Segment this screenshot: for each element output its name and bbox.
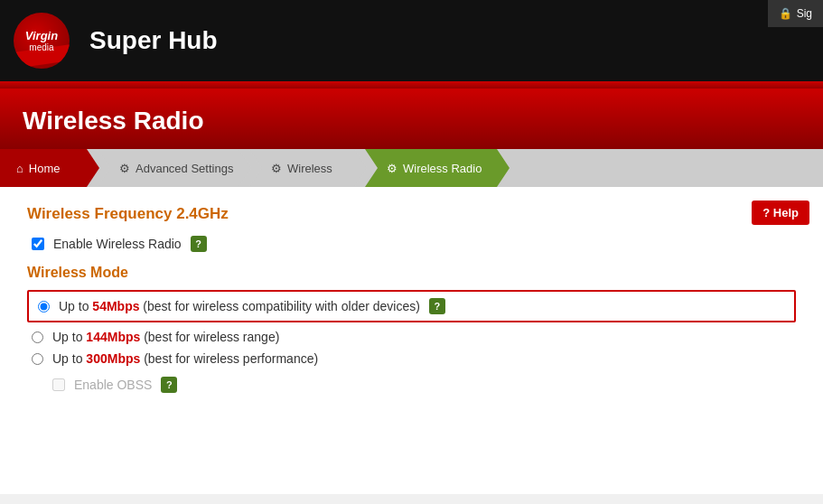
radio-54mbps[interactable] <box>38 301 50 313</box>
enable-wireless-checkbox[interactable] <box>32 238 44 250</box>
radio-option-300mbps: Up to 300Mbps (best for wireless perform… <box>27 351 796 366</box>
wireless-mode-title: Wireless Mode <box>27 265 796 281</box>
help-button[interactable]: ? Help <box>752 201 809 225</box>
frequency-title: Wireless Frequency 2.4GHz <box>27 205 796 223</box>
enable-wireless-help-icon[interactable]: ? <box>191 236 207 252</box>
page-title: Wireless Radio <box>23 107 800 135</box>
breadcrumb-advanced-settings[interactable]: ⚙ Advanced Settings <box>98 149 251 187</box>
breadcrumb-wireless[interactable]: ⚙ Wireless <box>249 149 367 187</box>
header-title: Super Hub <box>89 26 218 55</box>
radio-54mbps-label: Up to 54Mbps (best for wireless compatib… <box>59 299 420 313</box>
sign-button[interactable]: 🔒 Sig <box>768 0 823 27</box>
red-bar <box>0 81 823 89</box>
gear-icon-2: ⚙ <box>271 162 282 175</box>
page-title-area: Wireless Radio <box>0 89 823 149</box>
gear-icon-3: ⚙ <box>387 162 397 175</box>
radio-option-54mbps: Up to 54Mbps (best for wireless compatib… <box>27 290 796 322</box>
radio-144mbps-label: Up to 144Mbps (best for wireless range) <box>52 330 279 344</box>
enable-wireless-label: Enable Wireless Radio <box>53 237 182 251</box>
breadcrumb-nav: ⌂ Home ⚙ Advanced Settings ⚙ Wireless ⚙ … <box>0 149 823 187</box>
enable-obss-checkbox[interactable] <box>52 378 65 391</box>
obss-help-icon[interactable]: ? <box>161 377 177 393</box>
radio-54mbps-help-icon[interactable]: ? <box>429 298 445 314</box>
radio-300mbps[interactable] <box>32 353 43 365</box>
header: Virgin media Super Hub 🔒 Sig <box>0 0 823 81</box>
lock-icon: 🔒 <box>779 7 792 20</box>
enable-wireless-row: Enable Wireless Radio ? <box>27 236 796 252</box>
main-content: ? Help Wireless Frequency 2.4GHz Enable … <box>0 187 823 494</box>
gear-icon-1: ⚙ <box>119 162 130 175</box>
breadcrumb-home[interactable]: ⌂ Home <box>0 149 99 187</box>
logo-container: Virgin media Super Hub <box>14 13 218 69</box>
radio-options: Up to 54Mbps (best for wireless compatib… <box>27 290 796 393</box>
obss-row: Enable OBSS ? <box>27 377 796 393</box>
radio-144mbps[interactable] <box>32 331 43 343</box>
radio-option-144mbps: Up to 144Mbps (best for wireless range) <box>27 330 796 344</box>
home-icon: ⌂ <box>16 162 23 175</box>
enable-obss-label: Enable OBSS <box>74 378 152 392</box>
breadcrumb-wireless-radio[interactable]: ⚙ Wireless Radio <box>365 149 510 187</box>
radio-300mbps-label: Up to 300Mbps (best for wireless perform… <box>52 351 318 366</box>
logo-circle: Virgin media <box>14 13 70 69</box>
